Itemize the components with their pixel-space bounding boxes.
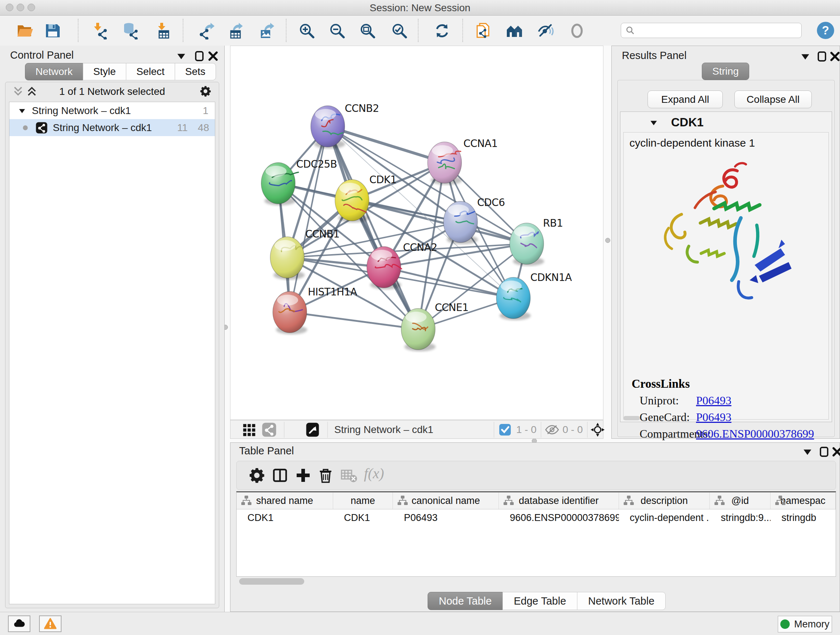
split-columns-icon[interactable]: [271, 467, 289, 484]
splitter-handle[interactable]: [605, 238, 610, 243]
table-row[interactable]: CDK1CDK1P064939606.ENSP00000378699cyclin…: [237, 509, 836, 526]
tab-string[interactable]: String: [702, 63, 749, 80]
network-node-CDC6[interactable]: [444, 201, 478, 244]
panel-float-icon[interactable]: [193, 50, 205, 62]
table-horizontal-scrollbar[interactable]: [239, 578, 304, 585]
network-node-CDKN1A[interactable]: [496, 277, 531, 320]
hidden-eye-icon[interactable]: [545, 422, 560, 437]
network-graph[interactable]: CCNB2CCNA1CDC25BCDK1CDC6RB1CCNB1CCNA2CDK…: [231, 46, 603, 420]
table-cell[interactable]: P06493: [393, 509, 499, 526]
table-cell[interactable]: cyclin-dependent ...: [619, 509, 710, 526]
panel-float-icon[interactable]: [816, 50, 828, 63]
tab-style[interactable]: Style: [83, 63, 126, 80]
clone-network-icon[interactable]: [474, 22, 492, 40]
selected-checkbox-icon[interactable]: [499, 424, 511, 436]
crosshair-icon[interactable]: [590, 422, 605, 437]
network-node-HIST1H1A[interactable]: [273, 291, 307, 334]
network-node-CCNB1[interactable]: [270, 237, 305, 280]
import-table-file-icon[interactable]: [154, 22, 172, 40]
tab-network-table[interactable]: Network Table: [577, 592, 666, 610]
column-header-canonical-name[interactable]: canonical name: [393, 492, 499, 509]
warnings-button[interactable]: [39, 616, 62, 632]
network-canvas[interactable]: CCNB2CCNA1CDC25BCDK1CDC6RB1CCNB1CCNA2CDK…: [230, 46, 603, 420]
add-column-icon[interactable]: [294, 467, 312, 484]
application-window: Session: New Session ? Control Panel Net…: [0, 0, 840, 635]
horizontal-scrollbar[interactable]: [623, 416, 640, 420]
panel-close-icon[interactable]: [829, 50, 840, 63]
network-node-CDK1[interactable]: [335, 180, 369, 223]
network-badge-icon: [35, 122, 48, 134]
gear-icon[interactable]: [199, 85, 212, 97]
panel-float-icon[interactable]: [818, 446, 830, 458]
help-button[interactable]: ?: [816, 21, 835, 40]
network-edges[interactable]: [278, 126, 527, 329]
zoom-selected-icon[interactable]: [391, 22, 408, 40]
toolbar-separator: [462, 19, 463, 42]
network-node-CCNE1[interactable]: [401, 309, 436, 352]
tab-select[interactable]: Select: [126, 63, 175, 80]
search-input[interactable]: [638, 25, 797, 36]
column-header-database-identifier[interactable]: database identifier: [499, 492, 619, 509]
crosslink-link[interactable]: 9606.ENSP00000378699: [696, 427, 814, 440]
panel-close-icon[interactable]: [207, 50, 219, 62]
table-cell[interactable]: stringdb:9...: [710, 509, 771, 526]
first-neighbors-icon[interactable]: [506, 22, 523, 40]
column-header-description[interactable]: description: [619, 492, 710, 509]
open-file-icon[interactable]: [16, 22, 33, 40]
cloud-button[interactable]: [8, 616, 30, 632]
hide-selected-icon[interactable]: [537, 22, 554, 40]
network-node-RB1[interactable]: [510, 223, 544, 266]
network-node-CDC25B[interactable]: [261, 163, 298, 206]
export-table-icon[interactable]: [226, 22, 243, 40]
network-node-CCNB2[interactable]: [311, 106, 345, 149]
panel-menu-caret-icon[interactable]: [175, 50, 187, 62]
share-network-icon[interactable]: [262, 422, 277, 437]
collapse-all-button[interactable]: Collapse All: [734, 90, 812, 108]
import-network-database-icon[interactable]: [122, 22, 139, 40]
gene-header-row[interactable]: CDK1: [621, 113, 832, 131]
search-box[interactable]: [621, 23, 802, 38]
tab-network[interactable]: Network: [25, 63, 83, 80]
zoom-out-icon[interactable]: [328, 22, 346, 40]
tab-node-table[interactable]: Node Table: [428, 592, 503, 610]
panel-close-icon[interactable]: [831, 446, 840, 458]
network-row[interactable]: String Network – cdk1 11 48: [9, 119, 215, 136]
network-collection-row[interactable]: String Network – cdk1 1: [9, 102, 215, 119]
panel-menu-caret-icon[interactable]: [801, 446, 813, 458]
refresh-icon[interactable]: [433, 22, 451, 40]
table-cell[interactable]: stringdb: [771, 509, 836, 526]
grid-view-icon[interactable]: [241, 422, 256, 437]
table-gear-icon[interactable]: [248, 467, 265, 484]
crosslink-label: GeneCard:: [639, 410, 690, 424]
column-header-shared-name[interactable]: shared name: [237, 492, 333, 509]
export-image-icon[interactable]: [257, 22, 275, 40]
zoom-fit-icon[interactable]: [359, 22, 376, 40]
tab-edge-table[interactable]: Edge Table: [502, 592, 577, 610]
network-node-CCNA1[interactable]: [428, 142, 462, 185]
panel-menu-caret-icon[interactable]: [799, 50, 812, 63]
table-cell[interactable]: CDK1: [333, 509, 393, 526]
column-header-name[interactable]: name: [333, 492, 393, 509]
node-label-CCNB1: CCNB1: [305, 228, 340, 240]
table-cell[interactable]: 9606.ENSP00000378699: [499, 509, 619, 526]
memory-button[interactable]: Memory: [778, 616, 832, 632]
separator: [587, 422, 587, 438]
caret-down-icon[interactable]: [17, 106, 27, 116]
crosslink-link[interactable]: P06493: [696, 410, 731, 424]
save-session-icon[interactable]: [44, 22, 61, 40]
show-all-icon[interactable]: [568, 22, 586, 40]
zoom-in-icon[interactable]: [298, 22, 316, 40]
delete-column-trash-icon[interactable]: [317, 467, 334, 484]
table-cell[interactable]: CDK1: [237, 509, 333, 526]
birdseye-view-icon[interactable]: [305, 422, 320, 437]
column-header-namespac[interactable]: namespac: [771, 492, 836, 509]
column-header--id[interactable]: @id: [710, 492, 771, 509]
export-network-icon[interactable]: [197, 22, 215, 40]
tab-sets[interactable]: Sets: [175, 63, 216, 80]
crosslink-link[interactable]: P06493: [696, 394, 731, 407]
network-node-CCNA2[interactable]: [367, 247, 401, 290]
separator: [541, 422, 541, 438]
caret-down-icon[interactable]: [649, 118, 659, 128]
import-network-file-icon[interactable]: [91, 22, 108, 40]
expand-all-button[interactable]: Expand All: [647, 90, 723, 108]
